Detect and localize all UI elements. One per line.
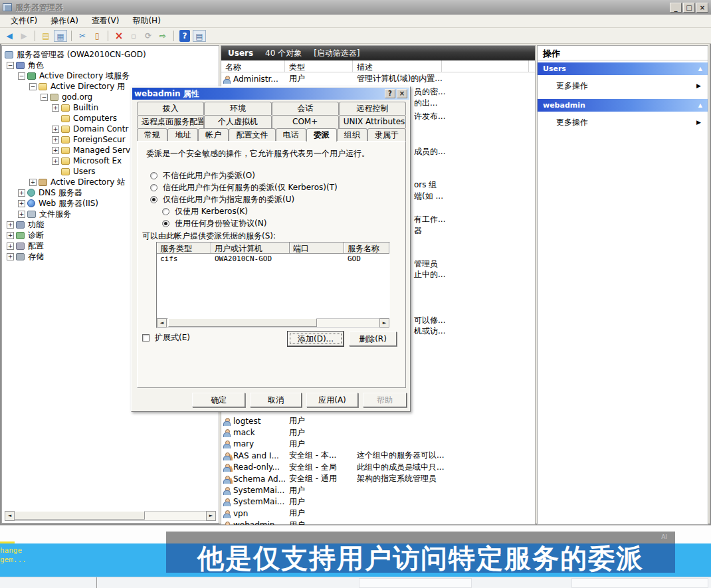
tab-地址[interactable]: 地址: [167, 128, 198, 142]
collapse-chevron-icon[interactable]: ▲: [698, 66, 702, 72]
radio-option[interactable]: 不信任此用户作为委派(O): [150, 169, 338, 181]
results-filter-link[interactable]: [启动筛选器]: [314, 48, 359, 59]
services-column-header[interactable]: 服务名称: [344, 243, 389, 254]
table-row[interactable]: logtest用户: [221, 415, 535, 427]
maximize-button[interactable]: □: [683, 3, 695, 13]
collapse-icon[interactable]: −: [29, 83, 37, 90]
table-row[interactable]: Administr...用户管理计算机(域)的内置...: [221, 73, 535, 84]
forward-icon[interactable]: ▶: [17, 30, 31, 42]
table-row[interactable]: Schema Ad...安全组 - 通用架构的指定系统管理员: [221, 473, 535, 484]
refresh-icon[interactable]: ⟳: [142, 30, 155, 42]
cut-icon[interactable]: ✂: [76, 30, 89, 42]
expand-icon[interactable]: +: [52, 136, 59, 144]
tab-电话[interactable]: 电话: [276, 128, 306, 142]
table-row[interactable]: ▾SystemMai...用户: [221, 484, 535, 496]
tab-常规[interactable]: 常规: [137, 128, 167, 142]
column-header[interactable]: 类型: [285, 60, 353, 72]
dialog-help-icon[interactable]: ?: [385, 89, 395, 98]
collapse-chevron-icon[interactable]: ▲: [698, 102, 702, 108]
actions-section-header-users[interactable]: Users▲: [538, 62, 708, 75]
collapse-icon[interactable]: −: [41, 94, 48, 101]
menu-item-file[interactable]: 文件(F): [4, 14, 44, 28]
tab-个人虚拟机[interactable]: 个人虚拟机: [204, 115, 271, 128]
expand-icon[interactable]: +: [7, 221, 14, 229]
more-actions-item[interactable]: 更多操作▶: [538, 78, 708, 94]
radio-selected-icon[interactable]: [162, 220, 169, 227]
services-column-header[interactable]: 服务类型: [157, 243, 211, 254]
scroll-right-icon[interactable]: ►: [379, 318, 389, 328]
expand-icon[interactable]: +: [18, 200, 25, 207]
tab-会话[interactable]: 会话: [272, 102, 339, 115]
table-row[interactable]: Read-only...安全组 - 全局此组中的成员是域中只...: [221, 462, 535, 473]
table-row[interactable]: mary用户: [221, 439, 535, 450]
scrollbar-thumb[interactable]: [168, 318, 317, 327]
tab-远程桌面服务配置文件[interactable]: 远程桌面服务配置文件: [137, 115, 204, 128]
dialog-titlebar[interactable]: webadmin 属性 ? ×: [132, 88, 409, 100]
expand-icon[interactable]: +: [29, 179, 37, 186]
tab-COM+[interactable]: COM+: [272, 115, 339, 128]
tree-item[interactable]: 服务器管理器 (OWA2010CN-GOD): [2, 49, 219, 60]
expand-icon[interactable]: +: [7, 232, 14, 239]
tree-item[interactable]: −Active Directory 域服务: [2, 70, 219, 81]
minimize-button[interactable]: _: [670, 3, 682, 13]
cancel-button[interactable]: 取消: [250, 393, 302, 407]
menu-item-action[interactable]: 操作(A): [44, 14, 85, 28]
menu-item-help[interactable]: 帮助(H): [126, 14, 167, 28]
services-column-header[interactable]: 端口: [290, 243, 344, 254]
tab-帐户[interactable]: 帐户: [198, 128, 229, 142]
tree-horizontal-scrollbar[interactable]: ◄ ►: [5, 511, 216, 521]
radio-option[interactable]: 信任此用户作为任何服务的委派(仅 Kerberos)(T): [150, 181, 338, 193]
add-button[interactable]: 添加(D)...: [288, 332, 344, 346]
apply-button[interactable]: 应用(A): [306, 393, 358, 407]
expanded-checkbox[interactable]: [142, 334, 150, 342]
table-row[interactable]: vpn用户: [221, 508, 535, 519]
expand-icon[interactable]: +: [7, 253, 14, 260]
tab-委派[interactable]: 委派: [306, 128, 337, 142]
export-list-icon[interactable]: ⇨: [156, 30, 169, 42]
services-column-header[interactable]: 用户或计算机: [211, 243, 290, 254]
collapse-icon[interactable]: −: [18, 72, 25, 80]
ok-button[interactable]: 确定: [192, 393, 245, 407]
console-tree-icon[interactable]: ▤: [193, 30, 206, 42]
scroll-left-icon[interactable]: ◄: [157, 318, 167, 328]
expanded-checkbox-row[interactable]: 扩展式(E): [142, 332, 190, 343]
expand-icon[interactable]: +: [52, 126, 59, 133]
scroll-left-icon[interactable]: ◄: [5, 511, 15, 521]
services-horizontal-scrollbar[interactable]: ◄ ►: [157, 318, 389, 328]
radio-selected-icon[interactable]: [150, 196, 157, 203]
services-row[interactable]: cifsOWA2010CN-GODGOD: [157, 254, 389, 264]
delete-button[interactable]: 删除(R): [349, 332, 397, 346]
expand-icon[interactable]: +: [52, 104, 59, 112]
radio-icon[interactable]: [150, 172, 157, 179]
tree-item[interactable]: −角色: [2, 60, 219, 70]
tab-配置文件[interactable]: 配置文件: [229, 128, 275, 142]
column-header-empty[interactable]: [442, 60, 529, 72]
tab-远程控制[interactable]: 远程控制: [339, 102, 406, 115]
show-console-tree-icon[interactable]: ▦: [54, 30, 67, 42]
properties-icon[interactable]: ▫: [127, 30, 140, 42]
radio-option[interactable]: 使用任何身份验证协议(N): [162, 217, 338, 229]
menu-item-view[interactable]: 查看(V): [85, 14, 126, 28]
expand-icon[interactable]: +: [52, 147, 59, 154]
scrollbar-thumb[interactable]: [15, 511, 145, 520]
radio-option[interactable]: 仅信任此用户作为指定服务的委派(U): [150, 193, 338, 205]
table-row[interactable]: mack用户: [221, 427, 535, 438]
expand-icon[interactable]: +: [52, 157, 59, 165]
services-table[interactable]: 服务类型用户或计算机端口服务名称 cifsOWA2010CN-GODGOD ◄ …: [156, 242, 390, 328]
more-actions-item[interactable]: 更多操作▶: [538, 114, 708, 130]
tab-环境[interactable]: 环境: [204, 102, 271, 115]
radio-icon[interactable]: [150, 184, 157, 191]
delete-icon[interactable]: ×: [112, 30, 126, 42]
radio-option[interactable]: 仅使用 Kerberos(K): [162, 205, 338, 217]
close-button[interactable]: ×: [696, 3, 708, 13]
scroll-right-icon[interactable]: ►: [206, 511, 216, 521]
expand-icon[interactable]: +: [7, 243, 14, 250]
tab-隶属于[interactable]: 隶属于: [367, 128, 406, 142]
actions-section-header-webadmin[interactable]: webadmin▲: [538, 99, 708, 112]
table-row[interactable]: RAS and I...安全组 - 本...这个组中的服务器可以...: [221, 450, 535, 461]
back-icon[interactable]: ◀: [3, 30, 16, 42]
radio-icon[interactable]: [162, 208, 169, 215]
up-one-level-icon[interactable]: ▤: [39, 30, 52, 42]
collapse-icon[interactable]: −: [7, 62, 14, 69]
expand-icon[interactable]: +: [18, 211, 25, 218]
